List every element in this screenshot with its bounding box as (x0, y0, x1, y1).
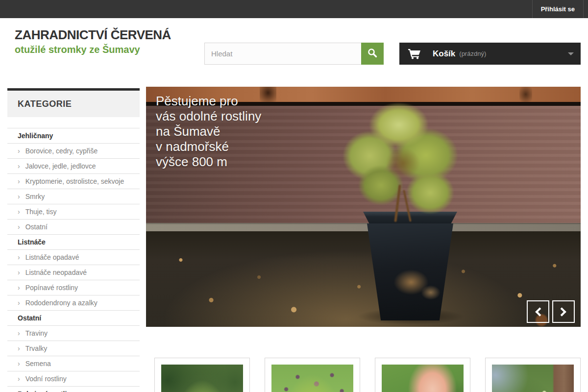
sidebar-item-pop-nav-rostliny[interactable]: ›Popínavé rostliny (7, 280, 140, 295)
hero-headline-line: Pěstujeme pro (156, 94, 261, 109)
slider-prev-button[interactable] (527, 300, 549, 323)
hero-conifer-plant (339, 102, 461, 222)
chevron-right-icon (557, 307, 566, 316)
sidebar-item-label: Listnáče (18, 238, 46, 246)
chevron-right-icon: › (18, 329, 20, 337)
product-image (161, 365, 243, 392)
search-icon (367, 48, 378, 60)
hero-headline-line: vás odolné rostliny (156, 109, 261, 124)
hero-headline: Pěstujeme provás odolné rostlinyna Šumav… (156, 94, 261, 170)
chevron-down-icon (568, 52, 574, 55)
chevron-right-icon: › (18, 147, 20, 155)
sidebar-item-label: Jehličnany (18, 132, 53, 140)
sidebar-item-label: Listnáče neopadavé (25, 269, 87, 276)
sidebar-item-kryptomerie-ostrolistce-sekvoje[interactable]: ›Kryptomerie, ostrolistce, sekvoje (7, 173, 140, 189)
sidebar-item-rododendrony-a-azalky[interactable]: ›Rododendrony a azalky (7, 295, 140, 310)
header: ZAHRADNICTVÍ ČERVENÁ otužilé stromky ze … (0, 18, 588, 87)
sidebar-item-ostatn[interactable]: ›Ostatní (7, 219, 140, 234)
sidebar-item-vodn-rostliny[interactable]: ›Vodní rostliny (7, 371, 140, 386)
chevron-right-icon: › (18, 360, 20, 368)
chevron-right-icon: › (18, 177, 20, 185)
sidebar-item-listn-e-opadav[interactable]: ›Listnáče opadavé (7, 249, 140, 265)
sidebar-category-ostatn[interactable]: Ostatní (7, 310, 140, 325)
sidebar-item-label: Vodní rostliny (25, 375, 67, 383)
product-image (382, 365, 464, 392)
sidebar-categories: KATEGORIE Jehličnany›Borovice, cedry, cy… (7, 88, 140, 392)
chevron-right-icon: › (18, 208, 20, 216)
sidebar-item-label: Semena (25, 360, 51, 368)
hero-headline-line: v nadmořské (156, 139, 261, 154)
chevron-right-icon: › (18, 375, 20, 383)
cart-icon (402, 49, 426, 59)
logo-tagline: otužilé stromky ze Šumavy (15, 44, 171, 55)
sidebar-item-thuje-tisy[interactable]: ›Thuje, tisy (7, 204, 140, 219)
cart-dropdown[interactable]: Košík (prázdný) (399, 43, 581, 65)
sidebar-item-jalovce-jedle-jedlovce[interactable]: ›Jalovce, jedle, jedlovce (7, 158, 140, 173)
chevron-right-icon: › (18, 223, 20, 231)
search-button[interactable] (361, 43, 384, 65)
sidebar-item-label: Jalovce, jedle, jedlovce (25, 162, 96, 170)
product-thumb-hedge-fence[interactable] (485, 358, 581, 392)
chevron-right-icon: › (18, 284, 20, 292)
signin-link[interactable]: Přihlásit se (532, 0, 584, 18)
hero-headline-line: na Šumavě (156, 124, 261, 139)
logo[interactable]: ZAHRADNICTVÍ ČERVENÁ otužilé stromky ze … (15, 27, 171, 55)
sidebar-item-trvalky[interactable]: ›Trvalky (7, 341, 140, 356)
sidebar-item-borovice-cedry-cyp-i-e[interactable]: ›Borovice, cedry, cypřiše (7, 143, 140, 158)
product-image (271, 365, 353, 392)
slider-nav (524, 300, 575, 323)
hero-headline-line: výšce 800 m (156, 154, 261, 170)
chevron-right-icon: › (18, 193, 20, 200)
sidebar-item-label: Listnáče opadavé (25, 253, 79, 261)
chevron-right-icon: › (18, 162, 20, 170)
sidebar-item-label: Traviny (25, 329, 48, 337)
sidebar-title: KATEGORIE (7, 88, 140, 117)
product-image (492, 365, 574, 392)
sidebar-category-listn-e[interactable]: Listnáče (7, 234, 140, 249)
sidebar-item-label: Smrky (25, 193, 45, 200)
logo-title: ZAHRADNICTVÍ ČERVENÁ (15, 27, 171, 43)
chevron-right-icon: › (18, 269, 20, 276)
top-bar: Přihlásit se (0, 0, 588, 18)
hero-slider: Pěstujeme provás odolné rostlinyna Šumav… (146, 87, 581, 327)
sidebar-item-label: Pokojové rostliny (18, 390, 75, 392)
sidebar-item-semena[interactable]: ›Semena (7, 356, 140, 371)
cart-status: (prázdný) (459, 50, 486, 57)
sidebar-item-label: Kryptomerie, ostrolistce, sekvoje (25, 177, 124, 185)
category-list: Jehličnany›Borovice, cedry, cypřiše›Jalo… (7, 128, 140, 392)
chevron-right-icon: › (18, 253, 20, 261)
chevron-left-icon (535, 307, 544, 316)
search-bar (204, 43, 384, 65)
chevron-right-icon: › (18, 344, 20, 352)
hero-plant-pot (363, 212, 457, 320)
sidebar-item-label: Rododendrony a azalky (25, 299, 98, 307)
sidebar-category-pokojov-rostliny[interactable]: Pokojové rostliny (7, 386, 140, 392)
product-thumb-conifer-garden[interactable] (154, 358, 250, 392)
search-input[interactable] (204, 43, 384, 65)
sidebar-item-label: Borovice, cedry, cypřiše (25, 147, 98, 155)
product-thumb-round-shrub[interactable] (265, 358, 360, 392)
chevron-right-icon: › (18, 299, 20, 307)
sidebar-item-label: Trvalky (25, 344, 48, 352)
sidebar-item-smrky[interactable]: ›Smrky (7, 189, 140, 204)
cart-label: Košík (433, 49, 455, 59)
product-thumb-pink-willow[interactable] (375, 358, 470, 392)
sidebar-item-label: Ostatní (18, 314, 41, 322)
sidebar-item-label: Popínavé rostliny (25, 284, 78, 292)
sidebar-item-label: Ostatní (25, 223, 48, 231)
product-row (154, 358, 581, 392)
sidebar-category-jehli-nany[interactable]: Jehličnany (7, 128, 140, 143)
sidebar-item-label: Thuje, tisy (25, 208, 57, 216)
sidebar-item-traviny[interactable]: ›Traviny (7, 325, 140, 341)
slider-next-button[interactable] (552, 300, 575, 323)
sidebar-item-listn-e-neopadav[interactable]: ›Listnáče neopadavé (7, 265, 140, 280)
